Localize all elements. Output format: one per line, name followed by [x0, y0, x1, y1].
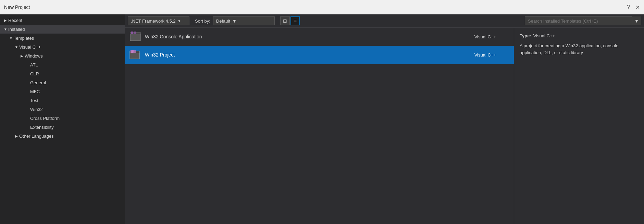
sidebar-test-label: Test [30, 98, 38, 103]
framework-value: .NET Framework 4.5.2 [131, 18, 176, 24]
sidebar-item-windows[interactable]: Windows [0, 51, 125, 60]
template-item-win32-console[interactable]: Win32 Console Application Visual C++ [125, 28, 514, 46]
sidebar-general-label: General [30, 80, 46, 85]
desc-text: A project for creating a Win32 applicati… [520, 42, 639, 56]
right-panel: .NET Framework 4.5.2 ▼ Sort by: Default … [125, 14, 644, 224]
sidebar-windows-label: Windows [25, 53, 43, 59]
visual-cpp-arrow-icon [14, 44, 19, 50]
sidebar-item-win32[interactable]: Win32 [0, 105, 125, 114]
framework-arrow-icon: ▼ [178, 19, 181, 23]
sidebar-mfc-label: MFC [30, 89, 40, 94]
windows-arrow-icon [19, 53, 25, 59]
sidebar-extensibility-label: Extensibility [30, 125, 54, 130]
sidebar-templates-label: Templates [14, 36, 34, 41]
sidebar-item-test[interactable]: Test [0, 96, 125, 105]
template-list: Win32 Console Application Visual C++ [125, 28, 514, 224]
svg-rect-3 [134, 32, 136, 34]
sidebar-item-cross-platform[interactable]: Cross Platform [0, 114, 125, 123]
sidebar-installed-label: Installed [8, 27, 25, 32]
win32-console-type: Visual C++ [474, 34, 496, 39]
win32-project-name: Win32 Project [145, 52, 474, 58]
svg-rect-8 [132, 50, 134, 52]
description-panel: Type: Visual C++ A project for creating … [514, 28, 644, 224]
sidebar-cross-platform-label: Cross Platform [30, 116, 60, 121]
sidebar-item-templates[interactable]: Templates [0, 34, 125, 42]
template-item-win32-project[interactable]: Win32 Project Visual C++ [125, 46, 514, 64]
sort-value: Default [216, 18, 230, 24]
grid-view-button[interactable]: ⊞ [280, 16, 290, 25]
sidebar-item-installed[interactable]: Installed [0, 25, 125, 34]
sidebar-visual-cpp-label: Visual C++ [19, 45, 41, 50]
search-input[interactable] [525, 18, 632, 24]
main-content: Recent Installed Templates Visual C++ Wi… [0, 14, 644, 224]
title-bar-controls: ? ✕ [627, 4, 640, 11]
sort-arrow-icon: ▼ [232, 18, 237, 24]
win32-console-icon [129, 30, 141, 43]
content-area: Win32 Console Application Visual C++ [125, 28, 644, 224]
svg-rect-2 [131, 32, 133, 34]
dialog-title: New Project [4, 4, 30, 10]
view-buttons: ⊞ ≡ [280, 16, 300, 25]
sidebar-atl-label: ATL [30, 62, 38, 67]
search-button[interactable]: ▼ [632, 16, 641, 25]
desc-type-value: Visual C++ [533, 33, 555, 38]
framework-dropdown[interactable]: .NET Framework 4.5.2 ▼ [128, 16, 189, 25]
sidebar-other-languages-label: Other Languages [19, 134, 53, 139]
desc-type-row: Type: Visual C++ [520, 33, 639, 38]
sidebar-item-other-languages[interactable]: Other Languages [0, 132, 125, 140]
desc-type-label: Type: [520, 33, 531, 38]
sort-by-label: Sort by: [195, 18, 210, 24]
help-button[interactable]: ? [627, 4, 630, 10]
sidebar-item-clr[interactable]: CLR [0, 69, 125, 78]
other-languages-arrow-icon [14, 133, 19, 139]
installed-arrow-icon [3, 26, 8, 32]
win32-console-name: Win32 Console Application [145, 34, 474, 39]
grid-view-icon: ⊞ [283, 18, 287, 24]
sidebar-clr-label: CLR [30, 71, 39, 76]
templates-arrow-icon [8, 35, 14, 41]
list-view-icon: ≡ [294, 18, 297, 24]
sidebar-win32-label: Win32 [30, 107, 43, 112]
title-bar: New Project ? ✕ [0, 0, 644, 14]
recent-arrow-icon [3, 17, 8, 23]
sidebar-item-general[interactable]: General [0, 78, 125, 87]
search-icon: ▼ [634, 18, 639, 24]
list-view-button[interactable]: ≡ [290, 16, 300, 25]
sidebar-item-mfc[interactable]: MFC [0, 87, 125, 96]
sidebar-item-recent[interactable]: Recent [0, 16, 125, 25]
sidebar-item-extensibility[interactable]: Extensibility [0, 123, 125, 132]
win32-project-type: Visual C++ [474, 52, 496, 58]
win32-project-icon [129, 49, 141, 61]
search-box: ▼ [525, 16, 641, 25]
close-button[interactable]: ✕ [635, 4, 640, 11]
sidebar-item-visual-cpp[interactable]: Visual C++ [0, 42, 125, 51]
sort-dropdown[interactable]: Default ▼ [213, 16, 275, 25]
sidebar-recent-label: Recent [8, 18, 22, 23]
toolbar: .NET Framework 4.5.2 ▼ Sort by: Default … [125, 14, 644, 28]
sidebar: Recent Installed Templates Visual C++ Wi… [0, 14, 125, 224]
sidebar-item-atl[interactable]: ATL [0, 60, 125, 69]
